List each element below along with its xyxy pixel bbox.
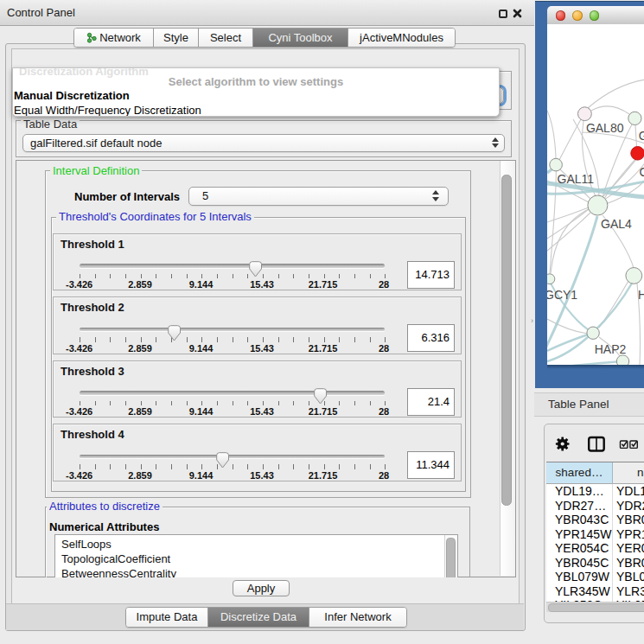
svg-text:GA: GA <box>638 129 644 143</box>
svg-text:HAP2: HAP2 <box>594 342 626 356</box>
svg-text:GAL4: GAL4 <box>601 217 632 231</box>
svg-text:GCY1: GCY1 <box>547 288 577 302</box>
svg-text:GAL80: GAL80 <box>585 121 623 135</box>
svg-text:H: H <box>637 288 644 302</box>
svg-text:C: C <box>639 165 644 179</box>
svg-text:GAL11: GAL11 <box>557 172 594 186</box>
